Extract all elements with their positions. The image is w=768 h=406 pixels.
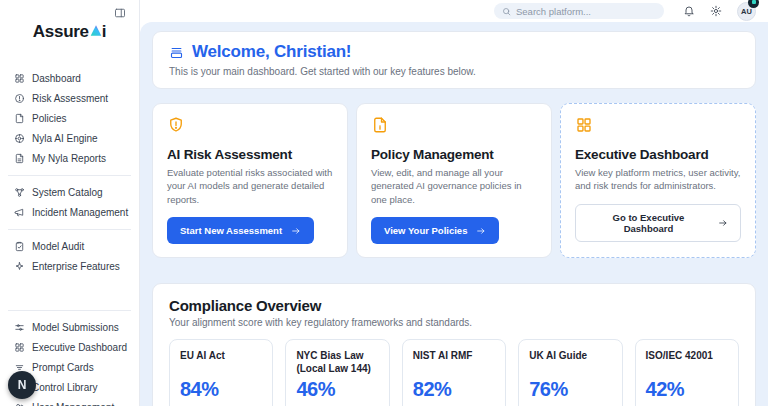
sidebar-item-policies[interactable]: Policies xyxy=(8,108,131,128)
user-avatar[interactable]: AU xyxy=(737,2,756,21)
sidebar: Assurei DashboardRisk AssessmentPolicies… xyxy=(0,0,140,406)
engine-icon xyxy=(14,133,25,144)
recording-badge-icon xyxy=(748,0,759,8)
main-area: AU Welcome, Christian! This is your main… xyxy=(140,0,768,406)
nav-section: DashboardRisk AssessmentPoliciesNyla AI … xyxy=(8,66,131,170)
sidebar-item-executive-dashboard[interactable]: Executive Dashboard xyxy=(8,337,131,357)
sidebar-item-label: Dashboard xyxy=(32,73,81,84)
brand-logo: Assurei xyxy=(0,22,139,42)
sidebar-item-nyla-ai-engine[interactable]: Nyla AI Engine xyxy=(8,128,131,148)
sidebar-item-label: Risk Assessment xyxy=(32,93,108,104)
brand-text-suffix: i xyxy=(102,22,106,42)
sidebar-item-label: Model Audit xyxy=(32,241,84,252)
welcome-list-icon xyxy=(169,45,184,60)
grid-icon xyxy=(14,73,25,84)
compliance-score: 76% xyxy=(529,378,611,401)
welcome-title: Welcome, Christian! xyxy=(192,42,351,62)
doc-policy-icon xyxy=(371,116,389,134)
nodes-icon xyxy=(14,187,25,198)
sidebar-item-label: Executive Dashboard xyxy=(32,342,127,353)
sidebar-item-label: Prompt Cards xyxy=(32,362,94,373)
framework-name: UK AI Guide xyxy=(529,350,611,375)
sidebar-item-label: Policies xyxy=(32,113,66,124)
avatar-initials: AU xyxy=(741,7,752,16)
arrow-right-icon xyxy=(291,226,301,236)
app-window: Assurei DashboardRisk AssessmentPolicies… xyxy=(0,0,768,406)
feature-button-go-to-executive-dashboard[interactable]: Go to Executive Dashboard xyxy=(575,204,741,242)
file-text-icon xyxy=(14,153,25,164)
feature-button-label: View Your Policies xyxy=(384,225,467,236)
sidebar-item-risk-assessment[interactable]: Risk Assessment xyxy=(8,88,131,108)
feature-button-label: Go to Executive Dashboard xyxy=(588,212,709,234)
file-icon xyxy=(14,113,25,124)
sidebar-item-enterprise-features[interactable]: Enterprise Features xyxy=(8,256,131,276)
compliance-subtitle: Your alignment score with key regulatory… xyxy=(169,317,739,328)
bell-icon[interactable] xyxy=(683,5,695,17)
arrow-right-icon xyxy=(718,218,728,228)
compliance-card-uk-ai-guide: UK AI Guide76%Medium Risk xyxy=(518,339,622,406)
sidebar-item-incident-management[interactable]: Incident Management xyxy=(8,202,131,222)
grid-icon xyxy=(575,116,593,134)
compliance-score: 46% xyxy=(296,378,378,401)
search-icon xyxy=(502,7,511,16)
framework-name: NIST AI RMF xyxy=(413,350,495,375)
feature-cards-row: AI Risk AssessmentEvaluate potential ris… xyxy=(152,103,756,258)
feature-button-label: Start New Assessment xyxy=(180,225,282,236)
sidebar-item-label: Nyla AI Engine xyxy=(32,133,98,144)
compliance-score: 82% xyxy=(413,378,495,401)
sidebar-item-system-catalog[interactable]: System Catalog xyxy=(8,182,131,202)
sidebar-collapse-icon[interactable] xyxy=(114,5,126,17)
feature-description: View, edit, and manage all your generate… xyxy=(371,166,537,206)
feature-button-start-new-assessment[interactable]: Start New Assessment xyxy=(167,217,314,244)
topbar: AU xyxy=(140,0,768,22)
welcome-subtitle: This is your main dashboard. Get started… xyxy=(169,66,739,77)
sidebar-item-label: Incident Management xyxy=(32,207,128,218)
feature-title: Executive Dashboard xyxy=(575,147,741,162)
shield-alert-icon xyxy=(167,116,185,134)
compliance-score: 42% xyxy=(646,378,728,401)
nav-section: Model AuditEnterprise Features xyxy=(8,229,131,278)
sidebar-item-label: Model Submissions xyxy=(32,322,119,333)
feature-description: Evaluate potential risks associated with… xyxy=(167,166,333,206)
sparkle-icon xyxy=(14,261,25,272)
compliance-score: 84% xyxy=(180,378,262,401)
sidebar-item-label: Control Library xyxy=(32,382,98,393)
sidebar-item-model-audit[interactable]: Model Audit xyxy=(8,236,131,256)
framework-name: EU AI Act xyxy=(180,350,262,375)
feature-title: Policy Management xyxy=(371,147,537,162)
gear-icon[interactable] xyxy=(710,5,722,17)
sidebar-item-dashboard[interactable]: Dashboard xyxy=(8,68,131,88)
grid-icon xyxy=(14,342,25,353)
sidebar-nav: DashboardRisk AssessmentPoliciesNyla AI … xyxy=(0,66,139,406)
feature-card-policy-management: Policy ManagementView, edit, and manage … xyxy=(356,103,552,258)
feature-card-executive-dashboard: Executive DashboardView key platform met… xyxy=(560,103,756,258)
nav-section: System CatalogIncident Management xyxy=(8,175,131,224)
compliance-overview-panel: Compliance Overview Your alignment score… xyxy=(152,283,756,406)
feature-card-ai-risk-assessment: AI Risk AssessmentEvaluate potential ris… xyxy=(152,103,348,258)
sidebar-item-label: System Catalog xyxy=(32,187,103,198)
compliance-card-nyc-bias-law-local-law-144-: NYC Bias Law (Local Law 144)46%High Risk xyxy=(285,339,389,406)
floating-n-button[interactable]: N xyxy=(8,371,36,399)
compliance-card-eu-ai-act: EU AI Act84%Low Risk xyxy=(169,339,273,406)
feature-description: View key platform metrics, user activity… xyxy=(575,166,741,193)
search-box[interactable] xyxy=(494,3,664,19)
feature-button-view-your-policies[interactable]: View Your Policies xyxy=(371,217,499,244)
sidebar-item-label: My Nyla Reports xyxy=(32,153,106,164)
sidebar-item-model-submissions[interactable]: Model Submissions xyxy=(8,317,131,337)
sidebar-item-label: User Management xyxy=(32,402,114,406)
feature-title: AI Risk Assessment xyxy=(167,147,333,162)
compliance-card-iso-iec-42001: ISO/IEC 4200142%High Risk xyxy=(635,339,739,406)
brand-text-prefix: Assure xyxy=(33,22,89,42)
brand-gradient-a-icon xyxy=(90,22,102,42)
compliance-cards-grid: EU AI Act84%Low RiskNYC Bias Law (Local … xyxy=(169,339,739,406)
sidebar-item-user-management[interactable]: User Management xyxy=(8,397,131,406)
sidebar-item-my-nyla-reports[interactable]: My Nyla Reports xyxy=(8,148,131,168)
sliders-icon xyxy=(14,322,25,333)
sidebar-item-label: Enterprise Features xyxy=(32,261,120,272)
compliance-title: Compliance Overview xyxy=(169,297,739,314)
users-icon xyxy=(14,402,25,406)
clipboard-check-icon xyxy=(14,241,25,252)
alert-circle-icon xyxy=(14,93,25,104)
compliance-card-nist-ai-rmf: NIST AI RMF82%Low Risk xyxy=(402,339,506,406)
search-input[interactable] xyxy=(516,6,656,17)
